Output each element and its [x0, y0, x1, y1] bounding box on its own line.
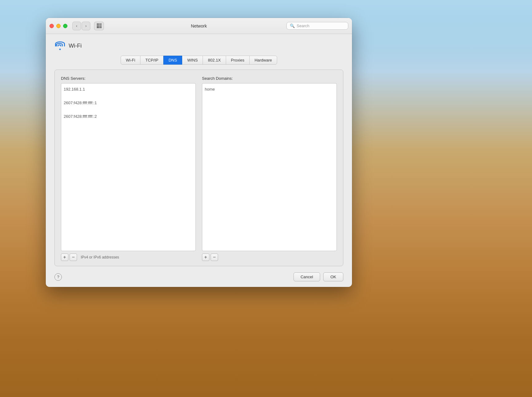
dns-server-3: 2607:f428:ffff:ffff::2 [64, 113, 193, 120]
nav-buttons: ‹ › [72, 22, 90, 30]
tab-tcpip[interactable]: TCP/IP [140, 56, 164, 65]
dns-server-1: 192.168.1.1 [64, 86, 193, 93]
grid-view-button[interactable] [94, 22, 104, 30]
wifi-label: Wi-Fi [69, 43, 82, 49]
domain-remove-button[interactable]: − [211, 254, 218, 261]
wifi-arc-inner [58, 45, 61, 46]
dns-add-button[interactable]: + [61, 254, 68, 261]
title-bar: ‹ › Network 🔍 [46, 18, 352, 34]
tab-80211x[interactable]: 802.1X [203, 56, 226, 65]
dns-remove-button[interactable]: − [70, 254, 77, 261]
dns-servers-label: DNS Servers: [61, 76, 196, 81]
search-domains-list[interactable]: home [202, 83, 337, 251]
tab-dns[interactable]: DNS [163, 56, 182, 65]
tab-wins[interactable]: WINS [182, 56, 203, 65]
close-button[interactable] [49, 24, 54, 28]
minimize-button[interactable] [56, 24, 61, 28]
search-domains-label: Search Domains: [202, 76, 337, 81]
search-bar[interactable]: 🔍 [286, 22, 348, 30]
search-domains-column: Search Domains: home + − [202, 76, 337, 261]
search-domain-1: home [205, 86, 334, 93]
bottom-bar: ? Cancel OK [46, 272, 352, 287]
ok-button[interactable]: OK [323, 272, 343, 281]
wifi-dot [59, 49, 61, 50]
dns-servers-column: DNS Servers: 192.168.1.1 2607:f428:ffff:… [61, 76, 196, 261]
forward-icon: › [85, 23, 87, 28]
domain-add-button[interactable]: + [202, 254, 209, 261]
wifi-icon [54, 41, 66, 50]
content-area: Wi-Fi Wi-Fi TCP/IP DNS WINS 802.1X Proxi… [46, 34, 352, 272]
grid-icon [97, 23, 101, 28]
wifi-header: Wi-Fi [54, 41, 343, 50]
back-icon: ‹ [76, 23, 77, 28]
domains-controls: + − [202, 254, 337, 261]
maximize-button[interactable] [63, 24, 67, 28]
tab-wifi[interactable]: Wi-Fi [121, 56, 140, 65]
help-button[interactable]: ? [54, 273, 62, 281]
search-icon: 🔍 [290, 23, 295, 28]
dns-servers-list[interactable]: 192.168.1.1 2607:f428:ffff:ffff::1 2607:… [61, 83, 196, 251]
tab-proxies[interactable]: Proxies [226, 56, 250, 65]
network-window: ‹ › Network 🔍 [46, 18, 352, 287]
tab-hardware[interactable]: Hardware [249, 56, 277, 65]
forward-button[interactable]: › [82, 22, 90, 30]
back-button[interactable]: ‹ [72, 22, 81, 30]
dns-hint: IPv4 or IPv6 addresses [81, 255, 119, 259]
search-input[interactable] [297, 23, 345, 28]
dns-panel: DNS Servers: 192.168.1.1 2607:f428:ffff:… [54, 70, 343, 266]
dns-controls: + − IPv4 or IPv6 addresses [61, 254, 196, 261]
window-title: Network [191, 23, 207, 28]
traffic-lights [49, 24, 67, 28]
tabs-bar: Wi-Fi TCP/IP DNS WINS 802.1X Proxies Har… [54, 56, 343, 65]
action-buttons: Cancel OK [294, 272, 343, 281]
dns-server-2: 2607:f428:ffff:ffff::1 [64, 100, 193, 106]
dns-columns: DNS Servers: 192.168.1.1 2607:f428:ffff:… [61, 76, 337, 261]
cancel-button[interactable]: Cancel [294, 272, 320, 281]
